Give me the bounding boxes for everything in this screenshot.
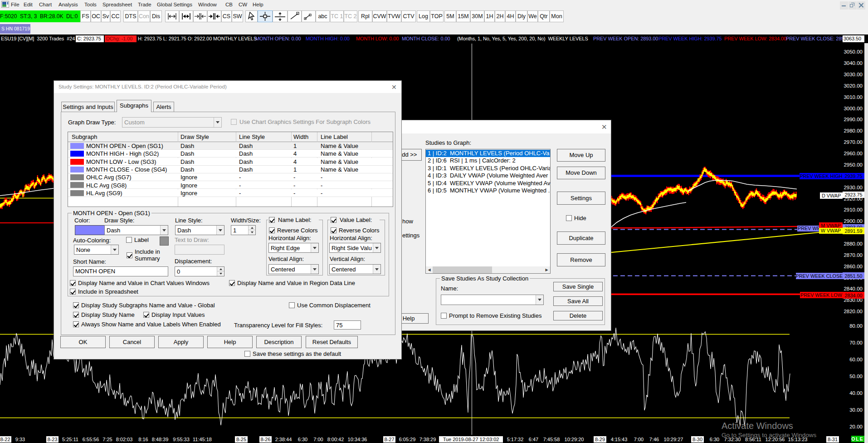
svg-text:2910.00: 2910.00 [844, 207, 863, 212]
svg-text:2950.00: 2950.00 [844, 162, 863, 167]
svg-text:D VWAP: D VWAP [822, 193, 841, 198]
svg-text:2860.00: 2860.00 [844, 264, 863, 269]
svg-text:8-29: 8-29 [595, 437, 605, 442]
svg-text:2870.00: 2870.00 [844, 252, 863, 258]
svg-text:8:48:39: 8:48:39 [152, 437, 169, 442]
svg-text:10:29:20: 10:29:20 [565, 437, 584, 442]
svg-text:Tue 2019-08-27 12:03:02: Tue 2019-08-27 12:03:02 [443, 437, 499, 442]
svg-text:2851.50: 2851.50 [844, 273, 862, 279]
svg-text:2820.00: 2820.00 [844, 309, 863, 314]
svg-text:7:38:29: 7:38:29 [419, 437, 436, 442]
svg-text:7:45:58: 7:45:58 [543, 437, 560, 442]
svg-text:6:47: 6:47 [529, 437, 538, 442]
svg-text:8:00:42: 8:00:42 [327, 437, 344, 442]
svg-text:8-27: 8-27 [384, 437, 394, 442]
svg-text:3050.00: 3050.00 [844, 49, 863, 54]
svg-text:6:55:56: 6:55:56 [83, 437, 99, 442]
svg-text:2930.00: 2930.00 [844, 185, 863, 190]
svg-text:PREV WEEK HIGH: PREV WEEK HIGH [800, 173, 842, 179]
svg-text:50.00: 50.00 [849, 374, 863, 379]
svg-text:2939.75: 2939.75 [844, 173, 862, 179]
svg-text:2:38:44: 2:38:44 [275, 437, 292, 442]
svg-text:2970.00: 2970.00 [844, 139, 863, 145]
svg-text:7:25: 7:25 [102, 437, 112, 442]
svg-text:OLE: OLE [851, 436, 864, 442]
svg-text:PREV WEEK CLOSE: PREV WEEK CLOSE [796, 273, 843, 279]
svg-text:3000.00: 3000.00 [844, 106, 863, 111]
svg-text:Go to Settings to activate Win: Go to Settings to activate Windows [722, 432, 817, 438]
svg-text:3030.00: 3030.00 [844, 72, 863, 77]
svg-text:2990.00: 2990.00 [844, 117, 863, 122]
svg-text:9:55:33: 9:55:33 [173, 437, 190, 442]
svg-text:7:46: 7:46 [649, 437, 659, 442]
svg-text:60.00: 60.00 [849, 357, 863, 362]
svg-text:10:34:36: 10:34:36 [348, 437, 367, 442]
svg-text:8:02:03: 8:02:03 [116, 437, 133, 442]
svg-text:2834.00: 2834.00 [844, 293, 862, 298]
svg-text:2960.00: 2960.00 [844, 151, 863, 156]
svg-text:6:30: 6:30 [298, 437, 307, 442]
svg-text:PREV WEEK LOW: PREV WEEK LOW [800, 292, 843, 298]
svg-text:8-22: 8-22 [0, 437, 10, 442]
svg-text:W VWAP: W VWAP [821, 228, 841, 233]
svg-text:7:00: 7:00 [634, 437, 644, 442]
svg-text:2891.59: 2891.59 [844, 228, 862, 234]
svg-text:Activate Windows: Activate Windows [722, 421, 793, 431]
svg-text:3020.00: 3020.00 [844, 83, 863, 89]
svg-text:4:15:43: 4:15:43 [611, 437, 628, 442]
svg-text:8-25: 8-25 [236, 437, 246, 442]
svg-text:2923.75: 2923.75 [844, 192, 862, 197]
svg-text:8-30: 8-30 [692, 437, 702, 442]
svg-text:8-23: 8-23 [47, 437, 57, 442]
svg-text:70.00: 70.00 [849, 340, 863, 345]
svg-text:5:17:32: 5:17:32 [507, 437, 524, 442]
svg-text:5:25:11: 5:25:11 [62, 437, 78, 442]
svg-text:2840.00: 2840.00 [844, 286, 863, 291]
svg-text:7:00: 7:00 [313, 437, 323, 442]
svg-text:3010.00: 3010.00 [844, 94, 863, 100]
svg-text:40.00: 40.00 [849, 390, 863, 396]
svg-text:80.00: 80.00 [849, 323, 863, 329]
svg-text:8-26: 8-26 [260, 437, 270, 442]
svg-text:2900.00: 2900.00 [844, 218, 863, 224]
svg-text:30.00: 30.00 [849, 407, 863, 413]
svg-text:8:16: 8:16 [138, 437, 148, 442]
svg-text:6:05:29: 6:05:29 [399, 437, 416, 442]
svg-text:3040.00: 3040.00 [844, 60, 863, 66]
svg-text:2980.00: 2980.00 [844, 128, 863, 133]
svg-text:6:30: 6:30 [710, 437, 719, 442]
svg-text:11:45:18: 11:45:18 [193, 437, 212, 442]
svg-text:20.00: 20.00 [849, 424, 863, 429]
svg-text:8-31: 8-31 [828, 437, 838, 442]
svg-text:10:29:27: 10:29:27 [664, 437, 683, 442]
svg-text:9:33: 9:33 [15, 437, 25, 442]
svg-text:2880.00: 2880.00 [844, 241, 863, 246]
